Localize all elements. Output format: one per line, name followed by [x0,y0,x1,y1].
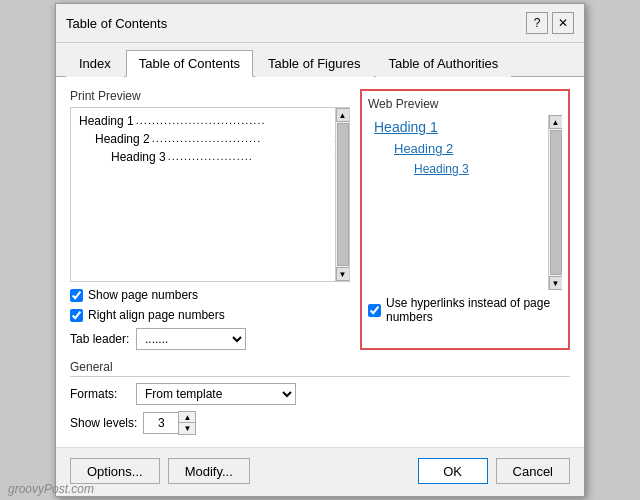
web-heading-2[interactable]: Heading 2 [374,141,556,156]
ph3-text: Heading 3 [111,150,166,164]
show-page-numbers-label: Show page numbers [88,288,198,302]
web-preview-inner: Heading 1 Heading 2 Heading 3 ▲ ▼ [368,115,562,290]
formats-select[interactable]: From template Classic Distinctive Fancy … [136,383,296,405]
web-scroll-down[interactable]: ▼ [549,276,563,290]
print-heading-3: Heading 3 ..................... 5 [79,150,341,164]
print-heading-1: Heading 1 ..............................… [79,114,341,128]
modify-button[interactable]: Modify... [168,458,250,484]
dialog-body: Print Preview Heading 1 ................… [56,77,584,447]
spinner-buttons: ▲ ▼ [178,411,196,435]
ok-button[interactable]: OK [418,458,488,484]
options-button[interactable]: Options... [70,458,160,484]
print-preview-box: Heading 1 ..............................… [70,107,350,282]
ph2-dots: ........................... [152,132,333,146]
web-preview-scrollbar[interactable]: ▲ ▼ [548,115,562,290]
tab-leader-select[interactable]: ....... (none) ------- _______ [136,328,246,350]
web-scroll-up[interactable]: ▲ [549,115,563,129]
show-levels-spinner: ▲ ▼ [143,411,196,435]
tab-authorities[interactable]: Table of Authorities [376,50,512,77]
general-section: General Formats: From template Classic D… [70,360,570,435]
show-levels-label: Show levels: [70,416,137,430]
print-preview-inner: Heading 1 ..............................… [71,108,349,174]
print-heading-2: Heading 2 ........................... 3 [79,132,341,146]
tab-leader-row: Tab leader: ....... (none) ------- _____… [70,328,350,350]
right-align-label: Right align page numbers [88,308,225,322]
formats-row: Formats: From template Classic Distincti… [70,383,570,405]
show-page-numbers-row: Show page numbers [70,288,350,302]
tab-index[interactable]: Index [66,50,124,77]
tab-figures[interactable]: Table of Figures [255,50,374,77]
footer-left-buttons: Options... Modify... [70,458,250,484]
right-align-row: Right align page numbers [70,308,350,322]
use-hyperlinks-row: Use hyperlinks instead of page numbers [368,296,562,324]
two-col-layout: Print Preview Heading 1 ................… [70,89,570,350]
watermark: groovyPost.com [8,482,94,496]
right-column: Web Preview Heading 1 Heading 2 Heading … [360,89,570,350]
use-hyperlinks-checkbox[interactable] [368,304,381,317]
dialog-title: Table of Contents [66,16,167,31]
web-heading-1[interactable]: Heading 1 [374,119,556,135]
scroll-up-arrow[interactable]: ▲ [336,108,350,122]
tab-toc[interactable]: Table of Contents [126,50,253,77]
print-preview-scrollbar[interactable]: ▲ ▼ [335,108,349,281]
close-button[interactable]: ✕ [552,12,574,34]
ph1-text: Heading 1 [79,114,134,128]
scroll-down-arrow[interactable]: ▼ [336,267,350,281]
footer-buttons: Options... Modify... OK Cancel [56,447,584,496]
right-align-checkbox[interactable] [70,309,83,322]
web-preview-label: Web Preview [368,97,562,111]
ph3-dots: ..................... [168,150,333,164]
title-bar: Table of Contents ? ✕ [56,4,584,43]
cancel-button[interactable]: Cancel [496,458,570,484]
web-heading-3[interactable]: Heading 3 [374,162,556,176]
footer-right-buttons: OK Cancel [418,458,570,484]
ph2-text: Heading 2 [95,132,150,146]
left-column: Print Preview Heading 1 ................… [70,89,350,350]
spinner-down-button[interactable]: ▼ [179,423,195,434]
tab-leader-label: Tab leader: [70,332,130,346]
tabs-bar: Index Table of Contents Table of Figures… [56,43,584,77]
spinner-up-button[interactable]: ▲ [179,412,195,423]
show-levels-input[interactable] [143,412,178,434]
title-bar-left: Table of Contents [66,16,167,31]
formats-label: Formats: [70,387,130,401]
title-bar-controls: ? ✕ [526,12,574,34]
show-levels-row: Show levels: ▲ ▼ [70,411,570,435]
ph1-dots: ................................ [136,114,333,128]
show-page-numbers-checkbox[interactable] [70,289,83,302]
help-button[interactable]: ? [526,12,548,34]
print-preview-label: Print Preview [70,89,350,103]
general-title: General [70,360,570,377]
use-hyperlinks-label: Use hyperlinks instead of page numbers [386,296,562,324]
table-of-contents-dialog: Table of Contents ? ✕ Index Table of Con… [55,3,585,497]
scroll-thumb[interactable] [337,123,349,266]
web-scroll-thumb[interactable] [550,130,562,275]
